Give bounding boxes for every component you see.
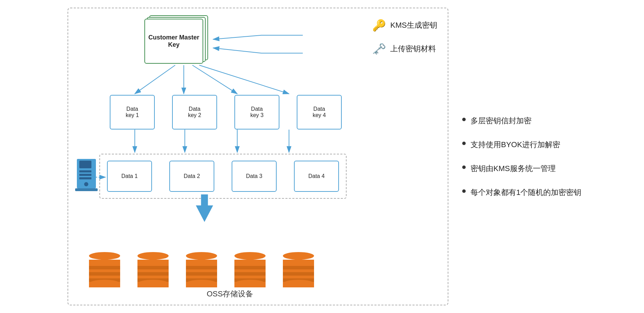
database-1 xyxy=(89,252,120,287)
data-item-4: Data 4 xyxy=(294,161,339,192)
data-item-3: Data 3 xyxy=(232,161,277,192)
kms-label-area: 🔑 KMS生成密钥 🗝️ 上传密钥材料 xyxy=(372,19,437,55)
bullet-dot-4 xyxy=(462,189,466,193)
kms-generate-text: KMS生成密钥 xyxy=(390,20,437,30)
svg-line-2 xyxy=(135,65,175,94)
data-key-1: Datakey 1 xyxy=(110,95,155,129)
svg-rect-14 xyxy=(79,161,91,168)
diagram-area: Customer Master Key 🔑 KMS生成密钥 🗝️ 上传密钥材料 … xyxy=(68,8,448,305)
bullet-text-3: 密钥由KMS服务统一管理 xyxy=(471,163,556,174)
bullet-text-1: 多层密钥信封加密 xyxy=(471,115,531,126)
svg-rect-17 xyxy=(79,177,91,179)
database-3 xyxy=(186,252,217,287)
data-item-2: Data 2 xyxy=(169,161,214,192)
bullet-dot-1 xyxy=(462,118,466,121)
bullet-text-4: 每个对象都有1个随机的加密密钥 xyxy=(471,187,581,198)
kms-generate-label: 🔑 KMS生成密钥 xyxy=(372,19,437,32)
data-area: Data 1 Data 2 Data 3 Data 4 xyxy=(99,154,347,199)
cmk-card-front: Customer Master Key xyxy=(144,19,203,64)
bullet-dot-3 xyxy=(462,166,466,169)
bullet-dot-2 xyxy=(462,142,466,145)
datakey-row: Datakey 1 Datakey 2 Datakey 3 Datakey 4 xyxy=(110,95,342,129)
data-key-2: Datakey 2 xyxy=(172,95,217,129)
bullet-item-2: 支持使用BYOK进行加解密 xyxy=(462,139,587,150)
svg-line-5 xyxy=(199,65,289,94)
database-4 xyxy=(234,252,266,287)
server-icon xyxy=(75,157,101,193)
bullet-item-4: 每个对象都有1个随机的加密密钥 xyxy=(462,187,587,198)
bullet-item-1: 多层密钥信封加密 xyxy=(462,115,587,126)
svg-rect-19 xyxy=(75,188,98,191)
main-container: Customer Master Key 🔑 KMS生成密钥 🗝️ 上传密钥材料 … xyxy=(0,0,644,313)
bullet-text-2: 支持使用BYOK进行加解密 xyxy=(471,139,560,150)
kms-upload-text: 上传密钥材料 xyxy=(390,44,436,54)
database-2 xyxy=(137,252,169,287)
data-key-3: Datakey 3 xyxy=(234,95,279,129)
svg-rect-16 xyxy=(79,174,91,176)
bullet-item-3: 密钥由KMS服务统一管理 xyxy=(462,163,587,174)
data-item-1: Data 1 xyxy=(107,161,152,192)
database-5 xyxy=(283,252,314,287)
svg-point-18 xyxy=(84,182,88,186)
oss-label: OSS存储设备 xyxy=(207,289,253,299)
db-row xyxy=(89,252,314,287)
kms-upload-label: 🗝️ 上传密钥材料 xyxy=(372,42,437,55)
cmk-title: Customer Master Key xyxy=(145,34,203,48)
svg-marker-11 xyxy=(196,205,213,222)
bullet-list: 多层密钥信封加密 支持使用BYOK进行加解密 密钥由KMS服务统一管理 每个对象… xyxy=(462,115,587,198)
svg-rect-15 xyxy=(79,170,91,172)
svg-line-4 xyxy=(193,65,238,94)
data-key-4: Datakey 4 xyxy=(297,95,342,129)
